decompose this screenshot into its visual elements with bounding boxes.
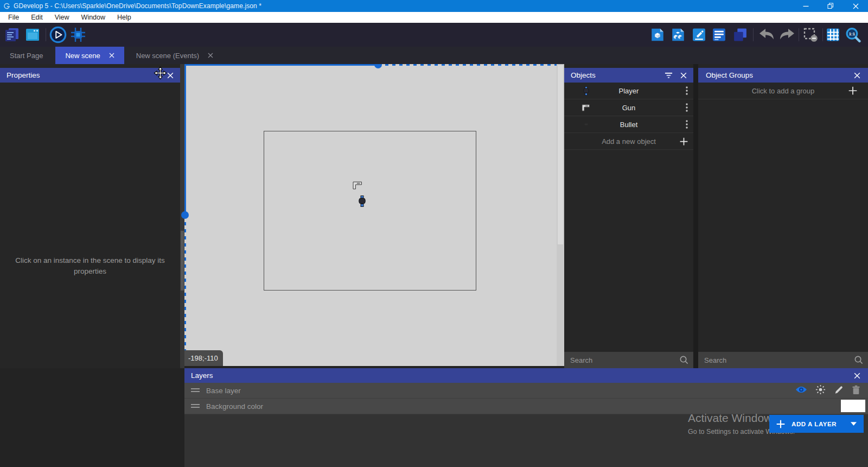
- toolbar-separator: [753, 28, 754, 41]
- panel-title: Layers: [191, 371, 213, 380]
- plus-icon: [776, 420, 785, 428]
- window-title: GDevelop 5 - C:\Users\Sparkle\OneDrive\D…: [14, 2, 261, 10]
- scrollbar-thumb[interactable]: [181, 231, 184, 291]
- panel-divider[interactable]: [693, 64, 698, 368]
- properties-empty-message: Click on an instance in the scene to dis…: [9, 255, 171, 277]
- grid-icon[interactable]: [826, 28, 840, 42]
- menu-help[interactable]: Help: [111, 12, 137, 23]
- selection-edge-top: [184, 64, 378, 66]
- object-menu-icon[interactable]: [686, 86, 688, 95]
- gdevelop-window: GDevelop 5 - C:\Users\Sparkle\OneDrive\D…: [0, 0, 868, 467]
- tab-new-scene-events[interactable]: New scene (Events): [126, 47, 223, 64]
- add-group-button[interactable]: Click to add a group: [698, 83, 868, 99]
- object-row-player[interactable]: Player: [564, 83, 693, 99]
- svg-text:1:1: 1:1: [849, 31, 856, 36]
- menu-file[interactable]: File: [2, 12, 25, 23]
- delete-layer-icon[interactable]: [852, 385, 860, 396]
- tab-label: Start Page: [10, 52, 43, 60]
- close-panel-icon[interactable]: [678, 68, 689, 83]
- drag-handle-icon[interactable]: [191, 404, 200, 408]
- gun-instance[interactable]: [353, 181, 362, 192]
- layers-editor-icon[interactable]: [732, 27, 748, 43]
- panel-title: Properties: [7, 71, 40, 79]
- tabbar: Start Page New scene New scene (Events): [0, 47, 868, 64]
- redo-icon[interactable]: [779, 28, 795, 42]
- filter-icon[interactable]: [663, 68, 674, 83]
- titlebar: GDevelop 5 - C:\Users\Sparkle\OneDrive\D…: [0, 0, 868, 12]
- close-button[interactable]: [843, 0, 868, 12]
- scrollbar-thumb[interactable]: [558, 65, 563, 244]
- menu-view[interactable]: View: [49, 12, 75, 23]
- layer-effects-icon[interactable]: [815, 384, 826, 396]
- object-groups-icon[interactable]: [671, 27, 686, 42]
- groups-search-bar: [698, 352, 868, 368]
- play-icon[interactable]: [49, 26, 67, 43]
- toolbar: 1:1: [0, 23, 868, 47]
- cursor-coordinates-badge: -198;-110: [184, 350, 223, 366]
- layers-panel: Layers Base layer: [184, 368, 868, 467]
- add-object-label: Add a new object: [602, 137, 656, 146]
- objects-search-input[interactable]: [564, 352, 693, 368]
- player-instance[interactable]: [359, 195, 366, 209]
- menubar: File Edit View Window Help: [0, 12, 868, 23]
- add-layer-label: ADD A LAYER: [792, 421, 837, 427]
- plus-icon: [848, 86, 857, 95]
- properties-editor-icon[interactable]: [692, 28, 706, 42]
- toolbar-separator: [46, 28, 46, 41]
- object-groups-panel-header: Object Groups: [698, 68, 868, 83]
- edit-layer-icon[interactable]: [834, 385, 844, 396]
- restore-button[interactable]: [818, 0, 843, 12]
- selection-edge-left-dashed: [184, 215, 186, 366]
- close-panel-icon[interactable]: [852, 368, 863, 383]
- tab-label: New scene (Events): [136, 52, 199, 60]
- background-color-swatch[interactable]: [841, 400, 865, 412]
- object-name: Player: [619, 87, 639, 95]
- layer-name: Background color: [206, 402, 263, 411]
- player-sprite-icon: [580, 86, 591, 96]
- objects-panel-header: Objects: [564, 68, 693, 83]
- add-layer-button[interactable]: ADD A LAYER: [769, 415, 864, 433]
- selection-edge-top-dashed: [378, 64, 557, 66]
- menu-edit[interactable]: Edit: [25, 12, 49, 23]
- search-icon: [679, 355, 688, 367]
- tab-new-scene[interactable]: New scene: [55, 47, 124, 64]
- undo-icon[interactable]: [758, 28, 775, 42]
- zoom-1-1-icon[interactable]: 1:1: [845, 27, 861, 43]
- project-manager-icon[interactable]: [4, 27, 20, 43]
- object-row-gun[interactable]: Gun: [564, 99, 693, 116]
- objects-editor-icon[interactable]: [650, 27, 665, 42]
- selection-edge-left: [184, 64, 186, 215]
- object-menu-icon[interactable]: [686, 120, 688, 129]
- minimize-button[interactable]: [793, 0, 818, 12]
- debugger-icon[interactable]: [69, 26, 87, 43]
- panel-title: Objects: [571, 71, 596, 79]
- scene-canvas[interactable]: -198;-110: [184, 64, 557, 366]
- layer-row-base[interactable]: Base layer: [184, 383, 868, 399]
- properties-panel: Properties Click on an instance in the s…: [0, 64, 180, 368]
- object-menu-icon[interactable]: [686, 103, 688, 112]
- chevron-down-icon[interactable]: [851, 422, 857, 426]
- drag-handle-icon[interactable]: [191, 388, 200, 393]
- tab-start-page[interactable]: Start Page: [0, 47, 53, 64]
- object-row-bullet[interactable]: Bullet: [564, 116, 693, 133]
- deselect-instances-icon[interactable]: [803, 27, 818, 42]
- tab-close-icon[interactable]: [208, 53, 213, 58]
- canvas-vertical-scrollbar[interactable]: [557, 64, 564, 366]
- game-window-border: [264, 131, 476, 291]
- layer-name: Base layer: [206, 387, 241, 395]
- panel-title: Object Groups: [706, 71, 753, 79]
- visibility-eye-icon[interactable]: [795, 386, 807, 395]
- add-object-button[interactable]: Add a new object: [564, 133, 693, 150]
- instances-list-icon[interactable]: [712, 28, 726, 42]
- close-panel-icon[interactable]: [852, 68, 863, 83]
- tab-label: New scene: [65, 52, 100, 60]
- groups-search-input[interactable]: [698, 352, 868, 368]
- menu-window[interactable]: Window: [75, 12, 111, 23]
- add-group-label: Click to add a group: [752, 87, 815, 95]
- start-page-icon[interactable]: [24, 27, 41, 43]
- toolbar-separator: [822, 28, 823, 41]
- tab-close-icon[interactable]: [109, 53, 114, 58]
- selection-handle-left[interactable]: [181, 211, 189, 219]
- toolbar-separator: [799, 28, 799, 41]
- move-cursor: [154, 66, 167, 82]
